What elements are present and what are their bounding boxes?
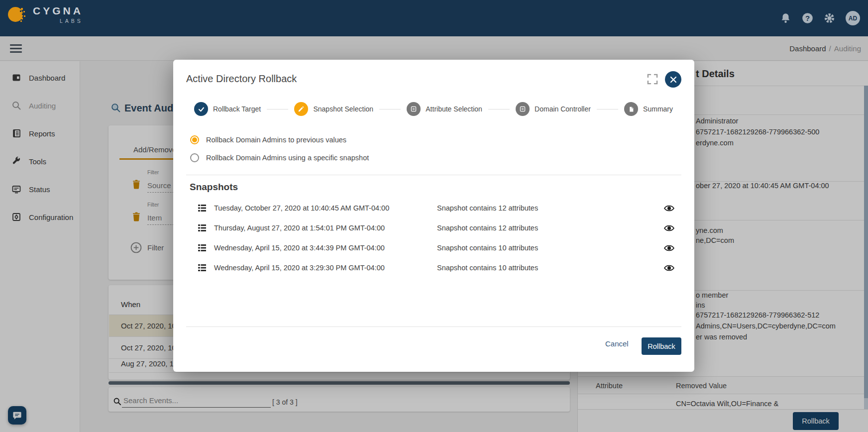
step-label: Domain Controller bbox=[535, 105, 591, 113]
app-header: CYGNA LABS ? AD bbox=[0, 0, 868, 36]
help-icon[interactable]: ? bbox=[802, 12, 813, 24]
brand-sub: LABS bbox=[26, 18, 83, 24]
snapshot-row[interactable]: Thursday, August 27, 2020 at 1:54:01 PM … bbox=[186, 218, 681, 238]
step-rollback-target[interactable]: Rollback Target bbox=[194, 102, 261, 116]
snapshot-info: Snapshot contains 12 attributes bbox=[437, 224, 538, 232]
rollback-modal: Active Directory Rollback Rollback Targe… bbox=[173, 60, 694, 372]
step-domain-controller[interactable]: Domain Controller bbox=[516, 102, 591, 116]
snapshot-info: Snapshot contains 10 attributes bbox=[437, 264, 538, 272]
expand-icon[interactable] bbox=[646, 73, 659, 86]
radio-label: Rollback Domain Admins to previous value… bbox=[206, 136, 346, 144]
step-summary[interactable]: Summary bbox=[624, 102, 673, 116]
eye-icon[interactable] bbox=[663, 262, 675, 274]
modal-rollback-button[interactable]: Rollback bbox=[642, 337, 681, 355]
snapshot-info: Snapshot contains 10 attributes bbox=[437, 244, 538, 252]
gear-icon[interactable] bbox=[824, 12, 835, 24]
eye-icon[interactable] bbox=[663, 222, 675, 234]
option-specific-snapshot[interactable]: Rollback Domain Admins using a specific … bbox=[190, 153, 369, 162]
step-label: Snapshot Selection bbox=[313, 105, 373, 113]
eye-icon[interactable] bbox=[663, 242, 675, 254]
pencil-icon bbox=[298, 106, 305, 112]
step-label: Attribute Selection bbox=[426, 105, 482, 113]
radio-selected-icon bbox=[190, 135, 199, 144]
screen: CYGNA LABS ? AD Dashboard / Auditing Das… bbox=[0, 0, 868, 432]
bell-icon[interactable] bbox=[780, 12, 791, 24]
avatar[interactable]: AD bbox=[846, 11, 860, 25]
eye-icon[interactable] bbox=[663, 203, 675, 214]
brand-name: CYGNA bbox=[33, 5, 83, 16]
modal-title: Active Directory Rollback bbox=[186, 73, 297, 85]
snapshot-date: Tuesday, October 27, 2020 at 10:40:45 AM… bbox=[214, 204, 389, 212]
close-icon bbox=[670, 76, 677, 83]
cancel-button[interactable]: Cancel bbox=[605, 339, 629, 348]
snapshot-list-icon bbox=[197, 243, 207, 253]
snapshot-list-icon bbox=[197, 263, 207, 273]
step-label: Summary bbox=[643, 105, 673, 113]
snapshot-info: Snapshot contains 12 attributes bbox=[437, 204, 538, 212]
snapshot-list-icon bbox=[197, 203, 207, 213]
snapshot-row[interactable]: Tuesday, October 27, 2020 at 10:40:45 AM… bbox=[186, 199, 681, 218]
snapshot-date: Thursday, August 27, 2020 at 1:54:01 PM … bbox=[214, 224, 385, 232]
step-label: Rollback Target bbox=[213, 105, 261, 113]
snapshot-row[interactable]: Wednesday, April 15, 2020 at 3:44:39 PM … bbox=[186, 238, 681, 258]
snapshots-heading: Snapshots bbox=[190, 182, 238, 193]
cygna-logo-icon bbox=[7, 5, 26, 24]
snapshot-date: Wednesday, April 15, 2020 at 3:44:39 PM … bbox=[214, 244, 385, 252]
wizard-stepper: Rollback Target Snapshot Selection Attri… bbox=[194, 102, 673, 116]
step-snapshot-selection[interactable]: Snapshot Selection bbox=[294, 102, 373, 116]
svg-text:?: ? bbox=[805, 14, 810, 22]
snapshot-date: Wednesday, April 15, 2020 at 3:29:30 PM … bbox=[214, 264, 385, 272]
brand-logo: CYGNA LABS bbox=[7, 5, 83, 24]
radio-unselected-icon bbox=[190, 153, 199, 162]
close-button[interactable] bbox=[665, 71, 681, 88]
step-attribute-selection[interactable]: Attribute Selection bbox=[407, 102, 482, 116]
snapshot-row[interactable]: Wednesday, April 15, 2020 at 3:29:30 PM … bbox=[186, 258, 681, 278]
check-icon bbox=[198, 106, 205, 113]
option-previous-values[interactable]: Rollback Domain Admins to previous value… bbox=[190, 135, 346, 144]
list-icon bbox=[519, 106, 526, 112]
list-icon bbox=[410, 106, 417, 112]
document-icon bbox=[628, 106, 635, 112]
radio-label: Rollback Domain Admins using a specific … bbox=[206, 154, 369, 162]
snapshot-list-icon bbox=[197, 223, 207, 233]
